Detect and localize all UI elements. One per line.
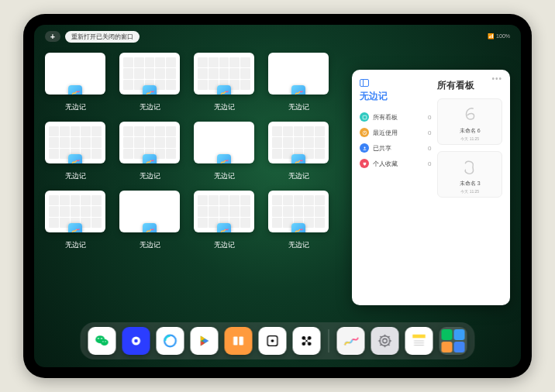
panel-title-left: 无边记 (360, 90, 431, 103)
add-window-button[interactable]: + (45, 31, 60, 42)
thumbnail-label: 无边记 (288, 171, 309, 181)
window-thumbnail[interactable]: 无边记 (45, 191, 105, 250)
svg-point-5 (98, 338, 99, 339)
thumbnail-label: 无边记 (288, 240, 309, 250)
svg-point-22 (383, 339, 388, 343)
svg-point-16 (271, 339, 274, 342)
sidebar-item[interactable]: 最近使用0 (360, 125, 431, 140)
svg-point-2 (364, 146, 365, 148)
thumbnail-preview (194, 191, 254, 232)
panel-boards: 所有看板 未命名 6今天 11:25未命名 3今天 11:25 (437, 79, 502, 296)
freeform-app-icon (291, 223, 305, 232)
thumbnail-preview (194, 53, 254, 95)
thumbnail-preview (119, 191, 180, 232)
board-card[interactable]: 未命名 3今天 11:25 (437, 151, 502, 198)
dock-dots-icon[interactable] (293, 327, 321, 355)
window-thumbnail[interactable]: 无边记 (194, 53, 254, 112)
ipad-frame: + 重新打开已关闭的窗口 📶 100% 无边记无边记无边记无边记无边记无边记无边… (23, 14, 532, 378)
sidebar-item[interactable]: 已共享0 (360, 140, 431, 156)
reopen-closed-pill[interactable]: 重新打开已关闭的窗口 (65, 31, 140, 43)
dock-dice-icon[interactable] (259, 327, 287, 355)
thumbnail-label: 无边记 (214, 240, 235, 250)
ipad-screen: + 重新打开已关闭的窗口 📶 100% 无边记无边记无边记无边记无边记无边记无边… (34, 25, 521, 367)
board-time: 今天 11:25 (460, 189, 479, 194)
freeform-app-icon (217, 154, 231, 163)
thumbnail-label: 无边记 (140, 102, 160, 112)
sidebar-item-count: 0 (428, 114, 431, 121)
thumbnail-preview (268, 122, 329, 163)
freeform-app-icon (291, 154, 305, 163)
dock-notes-icon[interactable] (405, 327, 433, 355)
panel-sidebar: 无边记 所有看板0最近使用0已共享0个人收藏0 (360, 79, 431, 296)
window-thumbnail[interactable]: 无边记 (45, 122, 105, 181)
window-thumbnail[interactable]: 无边记 (119, 122, 180, 181)
status-bar: + 重新打开已关闭的窗口 📶 100% (34, 29, 521, 43)
dock-play-icon[interactable] (191, 327, 219, 355)
row-icon (360, 112, 369, 122)
board-card[interactable]: 未命名 6今天 11:25 (437, 98, 502, 145)
board-preview (458, 102, 481, 126)
window-thumbnail-grid: 无边记无边记无边记无边记无边记无边记无边记无边记无边记无边记无边记无边记 (45, 48, 343, 322)
freeform-app-icon (291, 85, 305, 95)
board-name: 未命名 3 (460, 180, 481, 187)
svg-rect-0 (363, 115, 367, 119)
svg-line-28 (388, 344, 390, 346)
thumbnail-label: 无边记 (140, 240, 160, 250)
battery-label: 100% (496, 33, 510, 39)
svg-line-29 (388, 336, 390, 338)
window-thumbnail[interactable]: 无边记 (268, 191, 329, 250)
row-icon (360, 128, 369, 137)
svg-rect-13 (239, 337, 243, 346)
more-icon[interactable]: ••• (491, 74, 502, 83)
freeform-app-icon (217, 85, 231, 95)
freeform-app-icon (143, 223, 157, 232)
row-icon (360, 143, 369, 153)
dock-qqbrowser-icon[interactable] (157, 327, 184, 355)
sidebar-item-count: 0 (428, 160, 431, 167)
freeform-app-icon (143, 154, 157, 163)
window-thumbnail[interactable]: 无边记 (45, 53, 105, 112)
dock-wechat-icon[interactable] (88, 327, 116, 355)
thumbnail-preview (45, 53, 105, 95)
svg-rect-31 (412, 335, 426, 339)
svg-point-8 (105, 341, 105, 342)
row-icon (360, 159, 369, 168)
window-thumbnail[interactable]: 无边记 (119, 53, 180, 112)
dock-books-icon[interactable] (225, 327, 253, 355)
dock-recents-icon[interactable] (440, 327, 467, 355)
window-thumbnail[interactable]: 无边记 (194, 191, 254, 250)
sidebar-toggle-icon[interactable] (360, 79, 369, 87)
freeform-app-icon (217, 223, 231, 232)
thumbnail-preview (45, 191, 105, 232)
svg-point-6 (101, 338, 102, 339)
svg-line-30 (381, 344, 382, 346)
sidebar-item[interactable]: 个人收藏0 (360, 156, 431, 171)
dock-settings-icon[interactable] (371, 327, 399, 355)
board-time: 今天 11:25 (460, 136, 479, 141)
window-thumbnail[interactable]: 无边记 (119, 191, 180, 250)
thumbnail-label: 无边记 (288, 102, 309, 112)
window-thumbnail[interactable]: 无边记 (268, 53, 329, 112)
svg-line-27 (381, 336, 382, 338)
dock (81, 322, 475, 359)
sidebar-item-count: 0 (428, 145, 431, 152)
window-thumbnail[interactable]: 无边记 (194, 122, 254, 181)
thumbnail-preview (45, 122, 105, 163)
svg-rect-12 (233, 337, 238, 346)
sidebar-item[interactable]: 所有看板0 (360, 109, 431, 125)
svg-rect-14 (238, 337, 239, 346)
wifi-icon: 📶 (488, 33, 495, 39)
expose-area: 无边记无边记无边记无边记无边记无边记无边记无边记无边记无边记无边记无边记 •••… (45, 48, 510, 322)
thumbnail-label: 无边记 (214, 171, 235, 181)
thumbnail-preview (268, 191, 329, 232)
window-thumbnail[interactable]: 无边记 (268, 122, 329, 181)
thumbnail-preview (119, 53, 180, 95)
dock-quark-icon[interactable] (122, 327, 150, 355)
dock-freeform-icon[interactable] (337, 327, 365, 355)
board-name: 未命名 6 (460, 127, 481, 135)
dock-divider (329, 329, 329, 352)
thumbnail-preview (119, 122, 180, 163)
status-right: 📶 100% (488, 33, 510, 40)
freeform-app-panel[interactable]: ••• 无边记 所有看板0最近使用0已共享0个人收藏0 所有看板 未命名 6今天… (352, 70, 510, 305)
sidebar-item-count: 0 (428, 129, 431, 136)
